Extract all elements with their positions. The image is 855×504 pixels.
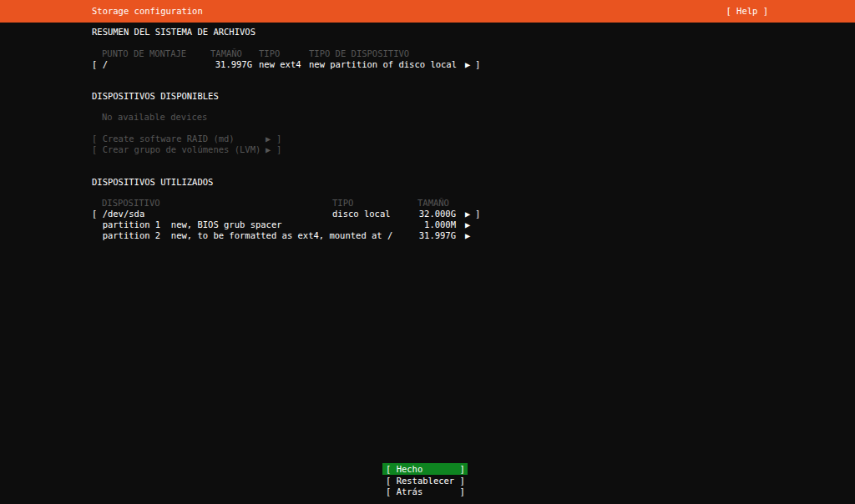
used-row-size: 31.997G [392,230,456,241]
available-devices-heading: DISPOSITIVOS DISPONIBLES [92,91,219,102]
filesystem-summary-heading: RESUMEN DEL SISTEMA DE ARCHIVOS [92,27,255,38]
create-lvm-close-bracket: ] [276,144,281,155]
fs-col-size: TAMAÑO [210,48,242,59]
used-row-size: 1.000M [392,219,456,230]
used-col-size: TAMAÑO [417,198,449,209]
expand-arrow-icon: ▶ [465,59,470,70]
fs-row-close-bracket: ] [475,59,480,70]
used-row-device: [ /dev/sda [92,209,144,219]
create-raid-close-bracket: ] [276,134,281,144]
used-row-close-bracket: ] [475,209,480,219]
fs-row-mount: [ / [92,59,108,70]
fs-row-size: 31.997G [200,59,252,70]
expand-arrow-icon: ▶ [465,209,470,219]
used-row-type: disco local [332,209,391,219]
used-devices-heading: DISPOSITIVOS UTILIZADOS [92,177,213,188]
fs-row-type: new ext4 [259,59,301,70]
expand-arrow-icon: ▶ [465,219,470,230]
back-button[interactable]: [ Atrás ] [382,486,468,497]
used-row-device: partition 1 new, BIOS grub spacer [92,219,282,230]
expand-arrow-icon: ▶ [465,230,470,241]
fs-row-device-type: new partition of disco local [309,59,457,70]
screen-title: Storage configuration [92,6,203,17]
fs-col-mount-point: PUNTO DE MONTAJE [102,48,186,59]
used-col-type: TIPO [332,198,353,209]
expand-arrow-icon: ▶ [266,134,271,144]
fs-col-type: TIPO [259,48,280,59]
help-button[interactable]: [ Help ] [726,6,768,17]
reset-button[interactable]: [ Restablecer ] [382,475,468,486]
create-lvm-label: [ Crear grupo de volúmenes (LVM) [92,144,261,155]
storage-configuration-screen: Storage configuration [ Help ] RESUMEN D… [0,0,855,504]
no-available-devices-text: No available devices [102,112,207,123]
used-row-size: 32.000G [392,209,456,219]
used-row-device: partition 2 new, to be formatted as ext4… [92,230,392,241]
done-button[interactable]: [ Hecho ] [382,463,468,475]
expand-arrow-icon: ▶ [266,144,271,155]
create-raid-label: [ Create software RAID (md) [92,134,235,144]
fs-col-device-type: TIPO DE DISPOSITIVO [309,48,409,59]
used-col-device: DISPOSITIVO [102,198,160,209]
title-bar: Storage configuration [ Help ] [0,0,855,23]
